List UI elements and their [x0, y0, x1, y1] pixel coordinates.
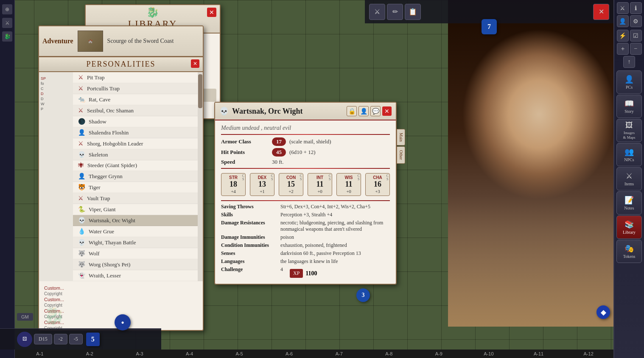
tab-main[interactable]: Main [397, 129, 405, 145]
toolbar-combat-btn[interactable]: ⚔ [369, 4, 385, 20]
personality-viper[interactable]: 🐍 Viper, Giant [73, 204, 203, 215]
dex-score: 13 [253, 180, 272, 189]
wight-name: Wight, Thayan Battle [89, 239, 136, 246]
dice-extra-1[interactable]: ◆ [596, 305, 610, 319]
personality-worg[interactable]: 🐺 Worg (Shorg's Pet) [73, 259, 203, 270]
dice-d20[interactable]: ⚄ [17, 332, 32, 347]
personality-shorg[interactable]: ⚔ Shorg, Hobgoblin Leader [73, 138, 203, 149]
str-mod: +4 [224, 189, 243, 194]
creature-chat-btn[interactable]: 💬 [370, 106, 381, 116]
dice-d20-blue-1[interactable]: 7 [482, 19, 497, 34]
toolbar-close-btn[interactable]: ✕ [593, 4, 609, 20]
shorg-name: Shorg, Hobgoblin Leader [87, 140, 143, 147]
tab-other[interactable]: Other [397, 146, 405, 164]
sidebar-btn-items[interactable]: ⚔ Items [616, 167, 642, 190]
ability-scores-row: STR 18 +4 CS DEX 13 +1 CS CON 15 +2 CS [221, 173, 390, 196]
overflow-text1: fo [41, 81, 71, 86]
right-sidebar: ⚔ ℹ 👤 ⚙ ⚡ ☑ ＋ − ↑ 👤 PCs 📖 Story 🖼 Images… [613, 0, 644, 358]
personality-sezibul[interactable]: ⚔ Sezibul, Orc Shaman [73, 105, 203, 116]
vault-trap-name: Vault Trap [87, 195, 110, 202]
dice-d20-bottom[interactable]: ● [115, 314, 131, 330]
left-icon-1[interactable]: ⊕ [2, 4, 12, 14]
personality-steeder[interactable]: 🕷 Steeder (Giant Spider) [73, 160, 203, 171]
sidebar-btn-library[interactable]: 📚 Library [616, 215, 642, 239]
personalities-scrollbar[interactable] [198, 72, 203, 281]
creature-lock-btn[interactable]: 🔒 [347, 106, 357, 116]
skills-value: Perception +3, Stealth +4 [280, 212, 332, 218]
creature-divider-2 [221, 168, 390, 169]
toolbar-copy-btn[interactable]: 📋 [405, 4, 421, 20]
personality-shadow[interactable]: 🌑 Shadow [73, 116, 203, 127]
int-mod: +0 [311, 189, 329, 194]
sidebar-btn-notes[interactable]: 📝 Notes [616, 191, 642, 215]
personalities-title: Personalities [42, 60, 200, 69]
copyright-custom-1[interactable]: Custom... [44, 285, 198, 291]
creature-portrait-btn[interactable]: 👤 [358, 106, 369, 116]
sidebar-icon-minus[interactable]: − [630, 43, 642, 55]
wraith-icon: 👻 [78, 272, 85, 279]
sidebar-btn-npcs[interactable]: 👥 NPCs [616, 143, 642, 166]
personality-rat-cave[interactable]: 🐀 Rat, Cave [73, 94, 203, 105]
personality-skeleton[interactable]: 💀 Skeleton [73, 149, 203, 160]
sidebar-icon-users[interactable]: 👤 [617, 15, 629, 27]
overflow-text2: C [41, 87, 71, 91]
personalities-close-button[interactable]: ✕ [191, 59, 199, 68]
personality-water-grue[interactable]: 💧 Water Grue [73, 226, 203, 237]
left-icon-2[interactable]: ⚔ [2, 18, 12, 28]
thegger-icon: 👤 [78, 173, 85, 180]
rat-cave-name: Rat, Cave [89, 96, 110, 103]
dice-d6-bottom[interactable]: 5 [86, 333, 100, 346]
adventure-panel: Adventure 🏰 Scourge of the Sword Coast P… [38, 25, 204, 331]
overflow-sp: SP [41, 76, 71, 81]
dice-btn-1[interactable]: D15 [34, 334, 52, 344]
personality-wolf[interactable]: 🐺 Wolf [73, 248, 203, 259]
sidebar-btn-pcs[interactable]: 👤 PCs [616, 70, 642, 94]
creature-header: 💀 Wartsnak, Orc Wight 🔒 👤 💬 ✕ [215, 103, 396, 120]
shalendra-icon: 👤 [78, 129, 85, 136]
adventure-header: Adventure 🏰 Scourge of the Sword Coast [39, 26, 203, 56]
sidebar-icon-combat[interactable]: ⚔ [617, 2, 629, 14]
sidebar-icon-lightning[interactable]: ⚡ [617, 30, 629, 42]
personality-wraith[interactable]: 👻 Wraith, Lesser [73, 270, 203, 281]
personalities-container: SP fo C D D W P ⚔ Pit Trap ⚔ Portcullis … [39, 72, 203, 281]
sidebar-icon-up[interactable]: ↑ [623, 56, 635, 68]
creature-close-button[interactable]: ✕ [382, 106, 392, 116]
toolbar-edit-btn[interactable]: ✏ [387, 4, 403, 20]
sidebar-icon-checkbox[interactable]: ☑ [630, 30, 642, 42]
grid-label-a1: A-1 [15, 351, 65, 356]
images-icon: 🖼 [625, 121, 633, 130]
sidebar-btn-story[interactable]: 📖 Story [616, 95, 642, 118]
personality-pit-trap[interactable]: ⚔ Pit Trap [73, 72, 203, 83]
dice-btn-2[interactable]: -2 [54, 334, 67, 344]
dice-btn-3[interactable]: -5 [69, 334, 83, 344]
personality-portcullis[interactable]: ⚔ Portcullis Trap [73, 83, 203, 94]
creature-tabs: Main Other [397, 129, 405, 164]
library-close-button[interactable]: ✕ [207, 8, 216, 17]
copyright-custom-3[interactable]: Custom... [44, 308, 198, 313]
ability-str: STR 18 +4 CS [221, 173, 246, 196]
int-score: 11 [311, 180, 329, 189]
sidebar-icon-gear[interactable]: ⚙ [630, 15, 642, 27]
sidebar-icon-plus[interactable]: ＋ [617, 43, 629, 55]
sidebar-btn-tokens[interactable]: 🎭 Tokens [616, 240, 642, 263]
tokens-icon: 🎭 [624, 244, 634, 253]
grid-label-a12: A-12 [563, 351, 613, 356]
personality-vault-trap[interactable]: ⚔ Vault Trap [73, 193, 203, 204]
personality-wight[interactable]: 💀 Wight, Thayan Battle [73, 237, 203, 248]
str-label: STR [224, 175, 243, 180]
dice-d20-blue-2[interactable]: 3 [356, 288, 370, 302]
scrollbar-thumb[interactable] [198, 74, 202, 108]
personality-tiger[interactable]: 🐯 Tiger [73, 182, 203, 193]
speed-value: 30 ft. [272, 159, 283, 165]
sidebar-icon-info[interactable]: ℹ [630, 2, 642, 14]
left-icon-3[interactable]: 🐉 [2, 31, 12, 42]
dice-value-1: 7 [487, 23, 491, 31]
personality-thegger[interactable]: 👤 Thegger Grynn [73, 171, 203, 182]
copyright-custom-2[interactable]: Custom... [44, 297, 198, 302]
personality-wartsnak[interactable]: 💀 Wartsnak, Orc Wight [73, 215, 203, 226]
sidebar-btn-images[interactable]: 🖼 Images& Maps [616, 119, 642, 142]
grid-label-a8: A-8 [364, 351, 414, 356]
water-grue-name: Water Grue [89, 228, 114, 235]
wis-mod: +0 [339, 189, 358, 194]
personality-shalendra[interactable]: 👤 Shalendra Floshin [73, 127, 203, 138]
